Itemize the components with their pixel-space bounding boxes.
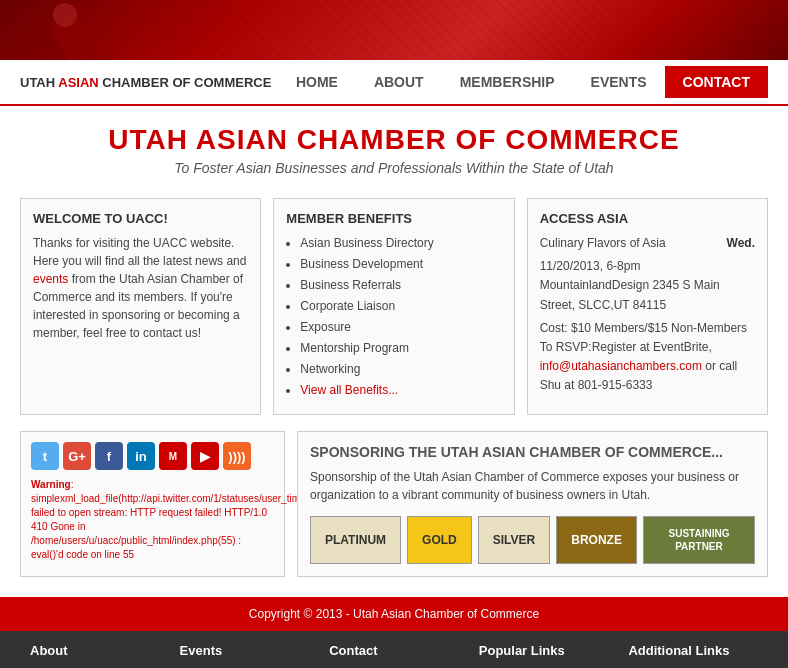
mi-icon[interactable]: M (159, 442, 187, 470)
event-email[interactable]: info@utahasianchambers.com (540, 359, 702, 373)
social-icons-row: t G+ f in M ▶ )))) (31, 442, 274, 470)
member-benefits-title: MEMBER BENEFITS (286, 211, 501, 226)
bottom-section: t G+ f in M ▶ )))) Warning: simplexml_lo… (20, 431, 768, 577)
rss-icon[interactable]: )))) (223, 442, 251, 470)
logo-text-accent: ASIAN (58, 75, 98, 90)
tier-platinum[interactable]: PLATINUM (310, 516, 401, 564)
nav-home[interactable]: HOME (278, 66, 356, 98)
event-day: Wed. (727, 234, 755, 253)
welcome-body: Thanks for visiting the UACC website. He… (33, 234, 248, 342)
facebook-icon[interactable]: f (95, 442, 123, 470)
tier-sustaining[interactable]: SUSTAINING PARTNER (643, 516, 755, 564)
footer-col-additional: Additional Links Member Login (618, 643, 768, 668)
list-item: Business Development (300, 255, 501, 273)
event-date: 11/20/2013, 6-8pm (540, 257, 755, 276)
three-columns: WELCOME TO UACC! Thanks for visiting the… (20, 198, 768, 415)
svg-point-2 (53, 3, 77, 27)
warning-text: Warning: simplexml_load_file(http://api.… (31, 478, 274, 562)
header-banner (0, 0, 788, 60)
footer-bottom: About Mission Statement Board of Directo… (0, 631, 788, 668)
list-item: Exposure (300, 318, 501, 336)
sponsoring-box: SPONSORING THE UTAH ASIAN CHAMBER OF COM… (297, 431, 768, 577)
sponsor-tiers: PLATINUM GOLD SILVER BRONZE SUSTAINING P… (310, 516, 755, 564)
logo-text-plain: UTAH (20, 75, 58, 90)
logo: UTAH ASIAN CHAMBER OF COMMERCE (20, 75, 271, 90)
twitter-icon[interactable]: t (31, 442, 59, 470)
sponsoring-title: SPONSORING THE UTAH ASIAN CHAMBER OF COM… (310, 444, 755, 460)
footer-events-title: Events (180, 643, 310, 658)
footer-copyright: Copyright © 2013 - Utah Asian Chamber of… (0, 597, 788, 631)
footer-about-title: About (30, 643, 160, 658)
footer-col-events: Events Upcoming Events Event Photos News… (170, 643, 320, 668)
footer-col-about: About Mission Statement Board of Directo… (20, 643, 170, 668)
logo-bar: UTAH ASIAN CHAMBER OF COMMERCE HOME ABOU… (0, 60, 788, 106)
main-content: WELCOME TO UACC! Thanks for visiting the… (0, 188, 788, 597)
tier-bronze[interactable]: BRONZE (556, 516, 637, 564)
welcome-box: WELCOME TO UACC! Thanks for visiting the… (20, 198, 261, 415)
youtube-icon[interactable]: ▶ (191, 442, 219, 470)
list-item: Networking (300, 360, 501, 378)
nav-bar: HOME ABOUT MEMBERSHIP EVENTS CONTACT (278, 66, 768, 98)
member-benefits-box: MEMBER BENEFITS Asian Business Directory… (273, 198, 514, 415)
events-link[interactable]: events (33, 272, 68, 286)
logo-text-rest: CHAMBER OF COMMERCE (99, 75, 272, 90)
view-all-link[interactable]: View all Benefits... (300, 381, 501, 399)
list-item: Asian Business Directory (300, 234, 501, 252)
list-item: Business Referrals (300, 276, 501, 294)
member-benefits-list: Asian Business Directory Business Develo… (286, 234, 501, 399)
warning-label: Warning (31, 479, 71, 490)
hero-subtitle: To Foster Asian Businesses and Professio… (20, 160, 768, 176)
list-item: Mentorship Program (300, 339, 501, 357)
member-benefits-body: Asian Business Directory Business Develo… (286, 234, 501, 399)
access-asia-body: Culinary Flavors of Asia Wed. 11/20/2013… (540, 234, 755, 396)
hero-title: UTAH ASIAN CHAMBER OF COMMERCE (20, 124, 768, 156)
footer-contact-title: Contact (329, 643, 459, 658)
footer-popular-title: Popular Links (479, 643, 609, 658)
footer-col-popular: Popular Links Board of Directors Current… (469, 643, 619, 668)
event-title: Culinary Flavors of Asia (540, 234, 666, 253)
tier-silver[interactable]: SILVER (478, 516, 550, 564)
footer-col-contact: Contact Contact Us Follow Us (319, 643, 469, 668)
welcome-title: WELCOME TO UACC! (33, 211, 248, 226)
nav-about[interactable]: ABOUT (356, 66, 442, 98)
event-location: MountainlandDesign 2345 S Main Street, S… (540, 276, 755, 314)
nav-events[interactable]: EVENTS (573, 66, 665, 98)
linkedin-icon[interactable]: in (127, 442, 155, 470)
nav-contact[interactable]: CONTACT (665, 66, 768, 98)
access-asia-box: ACCESS ASIA Culinary Flavors of Asia Wed… (527, 198, 768, 415)
event-rsvp: To RSVP:Register at EventBrite, info@uta… (540, 338, 755, 396)
sponsoring-body: Sponsorship of the Utah Asian Chamber of… (310, 468, 755, 504)
twitter-box: t G+ f in M ▶ )))) Warning: simplexml_lo… (20, 431, 285, 577)
nav-membership[interactable]: MEMBERSHIP (442, 66, 573, 98)
hero-section: UTAH ASIAN CHAMBER OF COMMERCE To Foster… (0, 106, 788, 188)
footer-additional-title: Additional Links (628, 643, 758, 658)
event-cost: Cost: $10 Members/$15 Non-Members (540, 319, 755, 338)
list-item: Corporate Liaison (300, 297, 501, 315)
tier-gold[interactable]: GOLD (407, 516, 472, 564)
gplus-icon[interactable]: G+ (63, 442, 91, 470)
access-asia-title: ACCESS ASIA (540, 211, 755, 226)
